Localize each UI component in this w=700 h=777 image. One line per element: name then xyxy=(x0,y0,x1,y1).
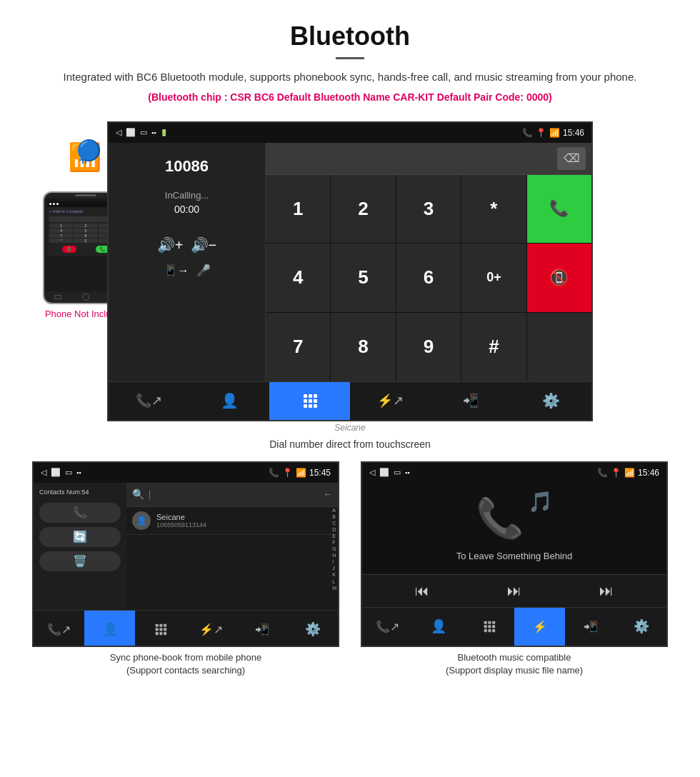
svg-rect-20 xyxy=(492,621,495,624)
music-nav-keypad[interactable] xyxy=(464,608,514,646)
svg-rect-11 xyxy=(164,624,166,627)
key-7[interactable]: 7 xyxy=(266,313,330,381)
svg-rect-0 xyxy=(304,394,307,398)
status-bar: ◁ ⬜ ▭ ▪▪ 🔋 📞 📍 📶 15:46 xyxy=(109,123,591,143)
mute-btn[interactable]: 🎤 xyxy=(196,264,211,277)
music-screen: ◁ ⬜ ▭ ▪▪ 📞 📍 📶 15:46 📞 xyxy=(361,461,668,647)
dial-pad: ⌫ 1 2 3 * 📞 4 5 6 0+ 📵 7 8 9 # xyxy=(266,143,591,381)
specs-text: (Bluetooth chip : CSR BC6 Default Blueto… xyxy=(43,91,657,103)
pb-contact-row[interactable]: 👤 Seicane 10655059113144 xyxy=(126,507,338,535)
svg-rect-22 xyxy=(488,625,491,628)
music-bottom-nav: 📞↗ 👤 xyxy=(362,607,666,646)
pb-search-input[interactable] xyxy=(149,489,319,499)
key-6[interactable]: 6 xyxy=(396,244,461,312)
battery-icon: 🔋 xyxy=(160,129,168,136)
nav-phone-out[interactable]: 📲 xyxy=(431,382,511,420)
next-btn[interactable]: ⏭ xyxy=(599,583,614,599)
back-nav-icon: ◁ xyxy=(116,128,121,137)
pb-nav-bluetooth[interactable]: ⚡↗ xyxy=(186,611,236,647)
music-clock: 15:46 xyxy=(638,468,659,478)
music-nav-transfer[interactable]: 📞↗ xyxy=(362,608,413,646)
pb-refresh-btn[interactable]: 🔄 xyxy=(39,527,121,547)
call-btn[interactable]: 📞 xyxy=(527,175,591,244)
music-home-icon: ⬜ xyxy=(379,468,389,477)
pb-nav-contacts[interactable]: 👤 xyxy=(84,611,135,647)
music-status-right: 📞 📍 📶 15:46 xyxy=(597,468,659,478)
nav-transfer[interactable]: 📞↗ xyxy=(109,382,189,420)
extra-controls: 📱→ 🎤 xyxy=(164,264,211,277)
music-item: ◁ ⬜ ▭ ▪▪ 📞 📍 📶 15:46 📞 xyxy=(357,461,671,677)
svg-rect-4 xyxy=(309,399,312,403)
backspace-btn[interactable]: ⌫ xyxy=(557,147,586,170)
svg-rect-15 xyxy=(155,632,158,635)
seicane-watermark: Seicane xyxy=(0,423,700,433)
hangup-btn[interactable]: 📵 xyxy=(527,244,591,312)
bluetooth-symbol: 🔵 xyxy=(76,139,101,162)
key-2[interactable]: 2 xyxy=(331,175,395,244)
music-caption-line1: Bluetooth music compatible xyxy=(458,652,571,663)
volume-controls: 🔊+ 🔊− xyxy=(157,236,216,254)
music-location-icon: 📍 xyxy=(611,468,621,478)
key-hash[interactable]: # xyxy=(461,313,526,381)
music-nav-bluetooth[interactable]: ⚡ xyxy=(514,608,565,646)
music-nav-contacts[interactable]: 👤 xyxy=(413,608,464,646)
pb-search-icon: 🔍 xyxy=(132,488,144,500)
nav-contacts[interactable]: 👤 xyxy=(189,382,270,420)
key-1[interactable]: 1 xyxy=(266,175,330,244)
pb-right-panel: 🔍 ← 👤 Seicane 10655059113144 A xyxy=(126,483,338,610)
dial-screen: ◁ ⬜ ▭ ▪▪ 🔋 📞 📍 📶 15:46 10086 InCalling..… xyxy=(107,121,593,421)
pb-nav-transfer[interactable]: 📞↗ xyxy=(34,611,84,647)
home-nav-icon: ⬜ xyxy=(126,128,136,137)
music-main-area: 📞 🎵 To Leave Something Behind ⏮ ⏭ ⏭ 📞↗ 👤 xyxy=(362,483,666,646)
pb-search-bar: 🔍 ← xyxy=(126,483,338,507)
pb-nav-phone-out[interactable]: 📲 xyxy=(236,611,287,647)
music-note-icon: 🎵 xyxy=(528,490,553,513)
nav-settings[interactable]: ⚙️ xyxy=(511,382,591,420)
pb-recent-icon: ▭ xyxy=(65,468,72,477)
nav-keypad[interactable] xyxy=(269,382,350,420)
mini-hangup-btn[interactable]: 📵 xyxy=(62,246,76,253)
pb-avatar: 👤 xyxy=(132,511,151,530)
play-pause-btn[interactable]: ⏭ xyxy=(507,583,521,599)
volume-up-btn[interactable]: 🔊+ xyxy=(157,236,184,254)
svg-rect-16 xyxy=(159,632,162,635)
key-8[interactable]: 8 xyxy=(331,313,395,381)
music-status-left: ◁ ⬜ ▭ ▪▪ xyxy=(369,468,409,477)
key-star[interactable]: * xyxy=(461,175,526,244)
status-bar-right: 📞 📍 📶 15:46 xyxy=(522,128,584,138)
svg-rect-8 xyxy=(314,404,317,408)
prev-btn[interactable]: ⏮ xyxy=(415,583,429,599)
phone-transfer-btn[interactable]: 📱→ xyxy=(164,264,189,277)
dial-input-row: ⌫ xyxy=(266,143,591,175)
volume-down-btn[interactable]: 🔊− xyxy=(191,236,217,254)
key-5[interactable]: 5 xyxy=(331,244,395,312)
signal-icon: ▪▪ xyxy=(151,129,156,136)
svg-rect-2 xyxy=(314,394,317,398)
pb-bottom-nav: 📞↗ 👤 ⚡↗ 📲 xyxy=(34,610,338,647)
key-3[interactable]: 3 xyxy=(396,175,461,244)
pb-contact-info: Seicane 10655059113144 xyxy=(156,513,206,528)
pb-nav-settings[interactable]: ⚙️ xyxy=(287,611,338,647)
key-4[interactable]: 4 xyxy=(266,244,330,312)
location-icon: 📍 xyxy=(536,128,546,138)
contact-number: 10655059113144 xyxy=(156,521,206,528)
music-caption-line2: (Support display music file name) xyxy=(446,665,583,676)
phone-home-btn xyxy=(82,294,89,301)
key-9[interactable]: 9 xyxy=(396,313,461,381)
svg-rect-21 xyxy=(484,625,486,628)
music-nav-settings[interactable]: ⚙️ xyxy=(616,608,666,646)
call-timer: 00:00 xyxy=(174,204,199,215)
nav-bluetooth[interactable]: ⚡↗ xyxy=(350,382,431,420)
calling-status: InCalling... xyxy=(165,190,209,201)
svg-rect-19 xyxy=(488,621,491,624)
pb-call-btn[interactable]: 📞 xyxy=(39,503,121,523)
phonebook-screen: ◁ ⬜ ▭ ▪▪ 📞 📍 📶 15:45 Contacts Num:54 📞 xyxy=(32,461,339,647)
music-phone-icon: 📞 xyxy=(597,468,608,478)
wifi-status-icon: 📶 xyxy=(549,128,560,138)
pb-delete-btn[interactable]: 🗑️ xyxy=(39,551,121,571)
svg-rect-1 xyxy=(309,394,312,398)
key-0plus[interactable]: 0+ xyxy=(461,244,526,312)
music-status-bar: ◁ ⬜ ▭ ▪▪ 📞 📍 📶 15:46 xyxy=(362,463,666,483)
music-nav-phone-out[interactable]: 📲 xyxy=(565,608,616,646)
pb-nav-keypad[interactable] xyxy=(135,611,186,647)
